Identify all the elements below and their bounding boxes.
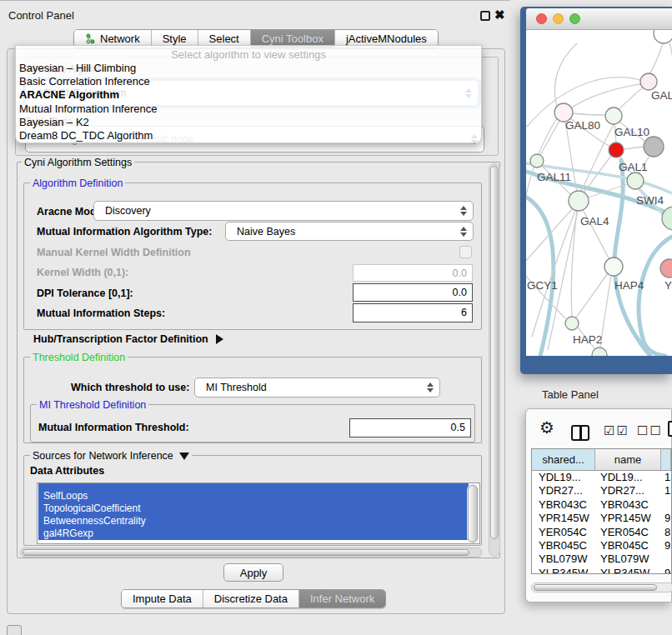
network-node[interactable]: [627, 172, 644, 189]
table-row[interactable]: YDR27...YDR27...12: [532, 484, 671, 498]
dropdown-item[interactable]: Bayesian – Hill Climbing: [16, 62, 481, 75]
mi-algorithm-type-combobox[interactable]: Naive Bayes: [225, 222, 474, 241]
close-panel-icon[interactable]: ✖: [494, 8, 505, 22]
table-row[interactable]: YPR145WYPR145W9.: [532, 512, 671, 525]
combo-spinner-icon: [458, 227, 473, 237]
network-node[interactable]: [609, 142, 624, 158]
dropdown-item[interactable]: Bayesian – K2: [16, 116, 481, 129]
attribute-item[interactable]: gal4RGexp: [38, 528, 469, 540]
network-node[interactable]: [569, 191, 589, 211]
data-attributes-list[interactable]: SelfLoopsTopologicalCoefficientBetweenne…: [37, 482, 480, 544]
dropdown-item[interactable]: ARACNE Algorithm: [16, 88, 481, 102]
float-panel-icon[interactable]: [480, 11, 490, 21]
node-label: Y: [664, 279, 672, 292]
aracne-mode-combobox[interactable]: Discovery: [93, 201, 474, 221]
column-header[interactable]: shared...: [532, 449, 595, 470]
network-node[interactable]: [660, 259, 672, 278]
network-tab-icon: [85, 33, 96, 44]
select-all-checkboxes-icon[interactable]: ☑☑: [604, 423, 629, 438]
cyni-settings-title: Cyni Algorithm Settings: [22, 157, 134, 168]
network-node[interactable]: [640, 73, 657, 90]
node-label: HAP2: [573, 333, 602, 346]
table-horizontal-scrollbar[interactable]: [531, 582, 672, 592]
dpi-tolerance-input[interactable]: 0.0: [353, 283, 473, 302]
settings-vertical-scrollbar[interactable]: [489, 163, 500, 557]
scrollbar-thumb[interactable]: [468, 485, 478, 542]
manual-kernel-width-checkbox[interactable]: [459, 246, 472, 258]
network-node[interactable]: [565, 317, 579, 330]
list-vertical-scrollbar[interactable]: [467, 484, 479, 543]
tab-discretize-data[interactable]: Discretize Data: [203, 590, 299, 608]
deselect-all-checkboxes-icon[interactable]: ☐☐: [637, 423, 663, 438]
network-edge: [624, 147, 644, 149]
table-cell: YBL079W: [595, 552, 661, 566]
hub-definition-expander[interactable]: Hub/Transcription Factor Definition: [33, 333, 223, 345]
network-node[interactable]: [644, 137, 664, 157]
manual-kernel-width-label: Manual Kernel Width Definition: [37, 247, 191, 258]
table-row[interactable]: YBR045CYBR045C9.: [532, 539, 671, 552]
table-cell: YDL19...: [595, 471, 661, 484]
table-cell: 9.: [661, 567, 671, 574]
network-window-titlebar[interactable]: [526, 8, 672, 30]
table-cell: YER054C: [532, 526, 595, 539]
settings-horizontal-scrollbar[interactable]: [20, 548, 482, 558]
network-canvas[interactable]: GALGAL80GAL10GAL1GAL11SWI4GAL4GCY1HAP4YH…: [526, 30, 672, 356]
attribute-item-clipped[interactable]: [38, 483, 469, 490]
table-cell: 13: [661, 471, 671, 484]
minimize-traffic-light[interactable]: [553, 13, 564, 24]
dropdown-item[interactable]: Basic Correlation Inference: [16, 75, 481, 88]
data-attributes-label: Data Attributes: [30, 465, 104, 477]
attribute-item[interactable]: TopologicalCoefficient: [38, 502, 469, 515]
zoom-traffic-light[interactable]: [569, 13, 580, 24]
table-row[interactable]: YDL19...YDL19...13: [532, 471, 671, 484]
scrollbar-thumb[interactable]: [490, 166, 499, 539]
attribute-item[interactable]: SelfLoops: [38, 490, 469, 502]
tab-infer-network[interactable]: Infer Network: [299, 590, 385, 608]
aracne-mode-value: Discovery: [94, 205, 458, 217]
which-threshold-combobox[interactable]: MI Threshold: [194, 378, 440, 398]
scrollbar-thumb[interactable]: [23, 549, 469, 556]
columns-icon[interactable]: [571, 425, 589, 441]
close-traffic-light[interactable]: [536, 13, 547, 24]
node-label: HAP4: [614, 279, 644, 292]
combo-spinner-icon: [458, 206, 473, 216]
tab-impute-data[interactable]: Impute Data: [122, 590, 203, 608]
kernel-width-input[interactable]: 0.0: [353, 264, 473, 282]
gear-icon[interactable]: ⚙: [539, 418, 554, 438]
scrollbar-thumb[interactable]: [534, 584, 657, 591]
column-header[interactable]: name: [595, 449, 661, 470]
network-node[interactable]: [605, 108, 622, 124]
table-cell: 8.: [661, 526, 671, 539]
minimized-panel-icon[interactable]: [7, 625, 22, 635]
which-threshold-value: MI Threshold: [195, 382, 424, 393]
network-node[interactable]: [604, 258, 623, 276]
mi-algorithm-type-value: Naive Bayes: [226, 226, 458, 238]
dropdown-item[interactable]: Dream8 DC_TDC Algorithm: [16, 129, 481, 142]
table-row[interactable]: YBR043CYBR043C: [532, 498, 671, 512]
hub-definition-label: Hub/Transcription Factor Definition: [33, 333, 208, 345]
table-cell: YBR043C: [532, 498, 595, 512]
mi-threshold-input[interactable]: 0.5: [349, 418, 471, 438]
column-header[interactable]: [661, 449, 671, 470]
network-edge: [576, 273, 608, 318]
dropdown-item[interactable]: Mutual Information Inference: [16, 102, 481, 116]
table-row[interactable]: YBL079WYBL079W: [532, 552, 671, 566]
node-label: GAL10: [614, 126, 649, 138]
apply-button[interactable]: Apply: [223, 563, 283, 582]
attribute-item[interactable]: BetweennessCentrality: [38, 515, 469, 528]
table-row[interactable]: YER054CYER054C8.: [532, 526, 671, 539]
network-node[interactable]: [654, 30, 672, 43]
node-table: shared...name YDL19...YDL19...13YDR27...…: [531, 448, 672, 574]
table-cell: YDL19...: [532, 471, 595, 484]
table-cell: YBR045C: [595, 539, 661, 552]
network-edge: [527, 198, 554, 356]
document-icon[interactable]: [668, 421, 672, 437]
sources-title: Sources for Network Inference: [33, 450, 173, 462]
table-cell: YLR345W: [532, 567, 595, 574]
node-label: GAL: [651, 89, 672, 102]
sources-expander[interactable]: Sources for Network Inference: [30, 450, 192, 462]
network-node[interactable]: [530, 154, 544, 168]
table-row[interactable]: YLR345WYLR345W9.: [532, 567, 671, 574]
tab-label: Select: [209, 32, 239, 45]
mi-steps-input[interactable]: 6: [353, 303, 473, 322]
